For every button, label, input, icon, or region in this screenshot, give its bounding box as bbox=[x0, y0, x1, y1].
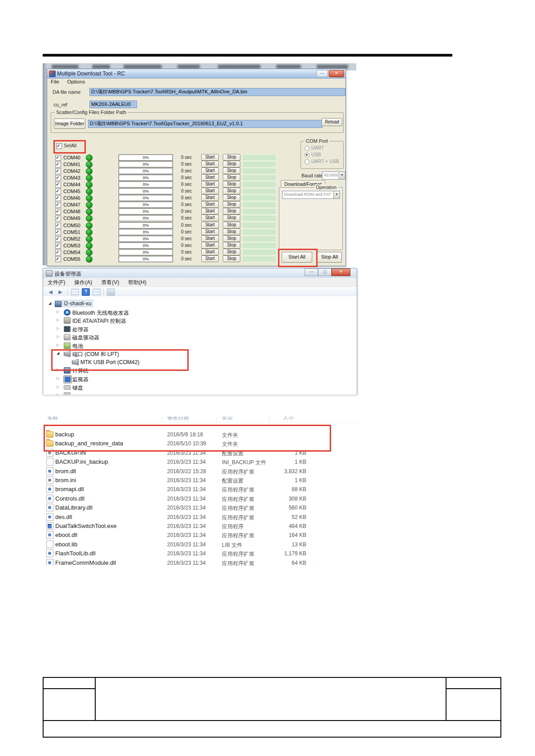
uart-usb-radio[interactable] bbox=[305, 159, 310, 164]
minimize-button[interactable]: — bbox=[305, 268, 318, 276]
device-tree-item[interactable]: l2-shaoli-xu bbox=[43, 300, 357, 308]
port-checkbox[interactable] bbox=[55, 202, 61, 208]
device-tree-item[interactable]: IDE ATA/ATAPI 控制器 bbox=[43, 316, 357, 325]
uart-radio[interactable] bbox=[305, 146, 310, 151]
port-checkbox[interactable] bbox=[55, 155, 61, 161]
expander-icon[interactable] bbox=[57, 343, 61, 347]
device-tree-item[interactable]: 键盘 bbox=[43, 383, 357, 391]
start-button[interactable]: Start bbox=[201, 222, 219, 229]
scan-hardware-icon[interactable] bbox=[107, 288, 115, 296]
stop-button[interactable]: Stop bbox=[223, 249, 240, 255]
device-tree-item[interactable]: Bluetooth 无线电收发器 bbox=[43, 308, 357, 316]
stop-button[interactable]: Stop bbox=[223, 161, 240, 167]
start-button[interactable]: Start bbox=[201, 188, 219, 194]
start-button[interactable]: Start bbox=[201, 154, 219, 161]
expander-icon[interactable] bbox=[57, 318, 61, 322]
port-checkbox[interactable] bbox=[55, 182, 61, 188]
start-button[interactable]: Start bbox=[201, 194, 219, 201]
stop-button[interactable]: Stop bbox=[223, 255, 240, 262]
baud-rate-combo[interactable]: 921600 ▼ bbox=[322, 171, 345, 180]
usb-radio[interactable] bbox=[305, 153, 310, 158]
port-checkbox[interactable] bbox=[55, 168, 61, 174]
forward-icon[interactable]: ▶ bbox=[57, 288, 64, 295]
port-checkbox[interactable] bbox=[55, 250, 61, 255]
device-tree-item[interactable]: 电池 bbox=[43, 342, 357, 350]
start-button[interactable]: Start bbox=[201, 242, 219, 249]
file-row[interactable]: Controls.dll 2016/3/23 11:34 应用程序扩展 308 … bbox=[43, 494, 357, 503]
expander-icon[interactable] bbox=[49, 301, 53, 306]
port-checkbox[interactable] bbox=[55, 223, 61, 229]
stop-button[interactable]: Stop bbox=[223, 174, 240, 181]
device-tree-item[interactable]: 磁盘驱动器 bbox=[43, 333, 357, 341]
stop-button[interactable]: Stop bbox=[223, 188, 240, 194]
port-checkbox[interactable] bbox=[55, 243, 61, 249]
file-row[interactable]: DualTalkSwitchTool.exe 2016/3/23 11:34 应… bbox=[43, 521, 357, 530]
start-button[interactable]: Start bbox=[201, 181, 219, 188]
stop-button[interactable]: Stop bbox=[223, 242, 240, 249]
expander-icon[interactable] bbox=[57, 310, 61, 314]
file-row[interactable]: FlashToolLib.dll 2016/3/23 11:34 应用程序扩展 … bbox=[43, 549, 357, 558]
expander-icon[interactable] bbox=[57, 376, 61, 381]
expander-icon[interactable] bbox=[57, 326, 61, 331]
menu-item[interactable]: 帮助(H) bbox=[128, 279, 146, 286]
start-button[interactable]: Start bbox=[201, 229, 219, 235]
menu-item[interactable]: 查看(V) bbox=[101, 279, 119, 286]
stop-button[interactable]: Stop bbox=[223, 194, 240, 201]
start-button[interactable]: Start bbox=[201, 215, 219, 221]
stop-button[interactable]: Stop bbox=[223, 222, 240, 229]
device-tree-item[interactable] bbox=[43, 391, 357, 395]
expander-icon[interactable] bbox=[57, 334, 61, 339]
file-row[interactable]: brom.dll 2016/3/22 15:28 应用程序扩展 3,832 KB bbox=[43, 466, 357, 475]
file-row[interactable]: BACKUP.ini_backup 2016/3/23 11:34 INI_BA… bbox=[43, 457, 357, 466]
chevron-down-icon[interactable]: ▼ bbox=[333, 191, 340, 198]
file-row[interactable]: eboot.lib 2016/3/23 11:34 LIB 文件 13 KB bbox=[43, 540, 357, 549]
stop-button[interactable]: Stop bbox=[223, 154, 240, 161]
file-row[interactable]: bromapi.dll 2016/3/23 11:34 应用程序扩展 88 KB bbox=[43, 484, 357, 493]
stop-button[interactable]: Stop bbox=[223, 229, 240, 235]
progress-value: 0% bbox=[119, 162, 172, 167]
start-button[interactable]: Start bbox=[201, 201, 219, 208]
maximize-button[interactable]: ▢ bbox=[318, 268, 332, 276]
port-checkbox[interactable] bbox=[55, 215, 61, 221]
chevron-down-icon[interactable]: ▼ bbox=[339, 172, 345, 179]
start-button[interactable]: Start bbox=[201, 249, 219, 255]
start-button[interactable]: Start bbox=[201, 167, 219, 174]
menu-item[interactable]: 操作(A) bbox=[74, 279, 92, 286]
menu-item[interactable]: 文件(F) bbox=[48, 279, 65, 286]
port-checkbox[interactable] bbox=[55, 256, 61, 262]
list-view-icon[interactable] bbox=[71, 288, 79, 296]
close-button[interactable]: ✕ bbox=[332, 268, 350, 276]
stop-button[interactable]: Stop bbox=[223, 167, 240, 174]
file-row[interactable]: FrameCommModule.dll 2016/3/23 11:34 应用程序… bbox=[43, 558, 357, 566]
port-checkbox[interactable] bbox=[55, 175, 61, 181]
help-icon[interactable]: ? bbox=[82, 288, 90, 296]
properties-icon[interactable] bbox=[93, 288, 101, 296]
port-checkbox[interactable] bbox=[55, 195, 61, 201]
device-tree-item[interactable]: 处理器 bbox=[43, 325, 357, 333]
stop-button[interactable]: Stop bbox=[223, 235, 240, 242]
start-button[interactable]: Start bbox=[201, 255, 219, 262]
file-row[interactable]: brom.ini 2016/3/23 11:34 配置设置 1 KB bbox=[43, 475, 357, 484]
back-icon[interactable]: ◀ bbox=[47, 288, 54, 295]
stop-all-button[interactable]: Stop All bbox=[317, 252, 342, 263]
stop-button[interactable]: Stop bbox=[223, 208, 240, 215]
port-checkbox[interactable] bbox=[55, 189, 61, 194]
device-tree-item[interactable]: 监视器 bbox=[43, 375, 357, 383]
file-row[interactable]: DataLibrary.dll 2016/3/23 11:34 应用程序扩展 5… bbox=[43, 503, 357, 512]
start-button[interactable]: Start bbox=[201, 174, 219, 181]
stop-button[interactable]: Stop bbox=[223, 201, 240, 208]
file-row[interactable]: des.dll 2016/3/23 11:34 应用程序扩展 52 KB bbox=[43, 512, 357, 521]
file-row[interactable]: eboot.dll 2016/3/23 11:34 应用程序扩展 164 KB bbox=[43, 530, 357, 539]
start-button[interactable]: Start bbox=[201, 161, 219, 167]
expander-icon[interactable] bbox=[57, 385, 61, 389]
port-checkbox[interactable] bbox=[55, 236, 61, 242]
port-checkbox[interactable] bbox=[55, 209, 61, 215]
stop-button[interactable]: Stop bbox=[223, 215, 240, 221]
port-checkbox[interactable] bbox=[55, 162, 61, 167]
start-button[interactable]: Start bbox=[201, 208, 219, 215]
start-button[interactable]: Start bbox=[201, 235, 219, 242]
port-checkbox[interactable] bbox=[55, 229, 61, 235]
expander-icon[interactable] bbox=[57, 393, 61, 395]
operation-combo[interactable]: Download ROM and FAT ▼ bbox=[282, 191, 340, 199]
stop-button[interactable]: Stop bbox=[223, 181, 240, 188]
